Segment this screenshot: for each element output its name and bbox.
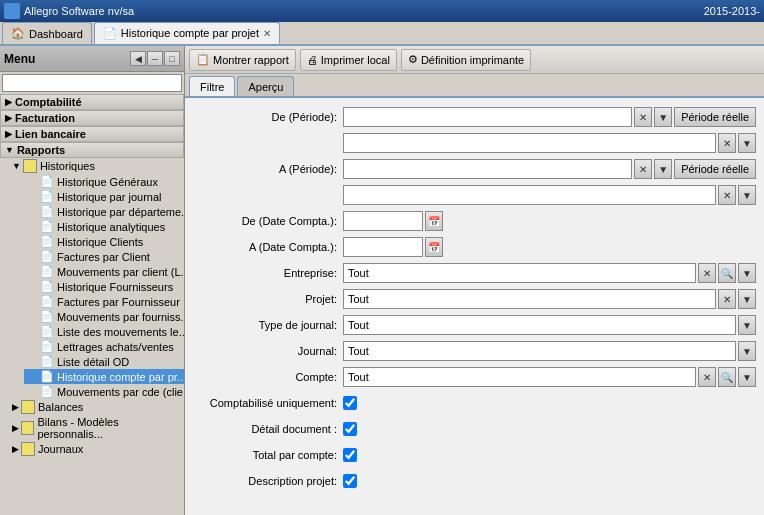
a-periode-input[interactable] [343,159,632,179]
type-journal-dropdown[interactable]: Tout [343,315,736,335]
sidebar-item-mouvements-par-client[interactable]: 📄 Mouvements par client (L... [24,264,184,279]
tab-close-icon[interactable]: ✕ [263,28,271,39]
sidebar-group-bilans[interactable]: ▶ Bilans - Modèles personnalis... [8,415,184,441]
type-journal-controls: Tout ▼ [343,315,756,335]
total-par-compte-label: Total par compte: [193,449,343,461]
journal-label: Journal: [193,345,343,357]
sidebar-title: Menu [4,52,35,66]
tab-historique[interactable]: 📄 Historique compte par projet ✕ [94,22,280,44]
entreprise-down-btn[interactable]: ▼ [738,263,756,283]
app-subtitle: 2015-2013- [704,5,760,17]
detail-document-checkbox[interactable] [343,422,357,436]
compte-row: Compte: Tout ✕ 🔍 ▼ [193,366,756,388]
sidebar-item-historique-compte-par-projet[interactable]: 📄 Historique compte par pr... [24,369,184,384]
de-date-compta-cal-btn[interactable]: 📅 [425,211,443,231]
sidebar-item-mouvements-par-cde[interactable]: 📄 Mouvements par cde (clie... [24,384,184,399]
sidebar-item-lien-bancaire[interactable]: ▶ Lien bancaire [0,126,184,142]
projet-dropdown[interactable]: Tout [343,289,716,309]
compte-dropdown[interactable]: Tout [343,367,696,387]
sidebar-item-historique-fournisseurs[interactable]: 📄 Historique Fournisseurs [24,279,184,294]
dashboard-icon: 🏠 [11,27,25,40]
sidebar-item-lettrages[interactable]: 📄 Lettrages achats/ventes [24,339,184,354]
sub-tabs: Filtre Aperçu [185,74,764,98]
sidebar-group-journaux[interactable]: ▶ Journaux [8,441,184,457]
de-periode-input[interactable] [343,107,632,127]
tab-historique-label: Historique compte par projet [121,27,259,39]
type-journal-down-btn[interactable]: ▼ [738,315,756,335]
compte-value: Tout [348,371,691,383]
sidebar-item-mouvements-par-fournisseur[interactable]: 📄 Mouvements par fourniss... [24,309,184,324]
sidebar-item-factures-par-client[interactable]: 📄 Factures par Client [24,249,184,264]
de-date-compta-input[interactable] [343,211,423,231]
description-projet-checkbox[interactable] [343,474,357,488]
sidebar-item-historique-generaux[interactable]: 📄 Historique Généraux [24,174,184,189]
sidebar-max-btn[interactable]: □ [164,51,180,66]
entreprise-search-btn[interactable]: 🔍 [718,263,736,283]
entreprise-clear-btn[interactable]: ✕ [698,263,716,283]
sidebar-item-comptabilite[interactable]: ▶ Comptabilité [0,94,184,110]
projet-clear-btn[interactable]: ✕ [718,289,736,309]
a-periode-down-btn2[interactable]: ▼ [738,185,756,205]
doc-icon-8: 📄 [40,280,54,293]
a-periode-btn[interactable]: Période réelle [674,159,756,179]
de-periode-clear-btn[interactable]: ✕ [634,107,652,127]
a-periode-input2[interactable] [343,185,716,205]
doc-icon-14: 📄 [40,370,54,383]
definition-imprimante-button[interactable]: ⚙ Définition imprimante [401,49,531,71]
expand-icon-3: ▶ [5,129,12,139]
montrer-rapport-button[interactable]: 📋 Montrer rapport [189,49,296,71]
a-periode-clear-btn[interactable]: ✕ [634,159,652,179]
tab-filtre[interactable]: Filtre [189,76,235,96]
journal-dropdown[interactable]: Tout [343,341,736,361]
expand-balances-icon: ▶ [12,402,19,412]
journal-down-btn[interactable]: ▼ [738,341,756,361]
facturation-label: Facturation [15,112,75,124]
title-bar: Allegro Software nv/sa 2015-2013- [0,0,764,22]
imprimer-local-button[interactable]: 🖨 Imprimer local [300,49,397,71]
sidebar-item-facturation[interactable]: ▶ Facturation [0,110,184,126]
sidebar-item-historique-par-journal[interactable]: 📄 Historique par journal [24,189,184,204]
sidebar-collapse-btn[interactable]: ◀ [130,51,146,66]
sidebar-item-rapports[interactable]: ▼ Rapports [0,142,184,158]
rapports-label: Rapports [17,144,65,156]
tab-apercu[interactable]: Aperçu [237,76,294,96]
search-input[interactable] [2,74,182,92]
description-projet-controls [343,474,756,488]
de-periode-controls: ✕ ▼ Période réelle [343,107,756,127]
de-periode-down-btn[interactable]: ▼ [654,107,672,127]
de-periode-btn[interactable]: Période réelle [674,107,756,127]
entreprise-dropdown[interactable]: Tout [343,263,696,283]
entreprise-controls: Tout ✕ 🔍 ▼ [343,263,756,283]
de-periode-clear-btn2[interactable]: ✕ [718,133,736,153]
journal-controls: Tout ▼ [343,341,756,361]
a-date-compta-input[interactable] [343,237,423,257]
sidebar-min-btn[interactable]: ─ [147,51,163,66]
sidebar-group-balances[interactable]: ▶ Balances [8,399,184,415]
sidebar-item-liste-detail-od[interactable]: 📄 Liste détail OD [24,354,184,369]
de-periode-input2[interactable] [343,133,716,153]
sidebar-group-historiques[interactable]: ▼ Historiques [8,158,184,174]
compte-search-btn[interactable]: 🔍 [718,367,736,387]
de-periode-down-btn2[interactable]: ▼ [738,133,756,153]
de-periode-row: De (Période): ✕ ▼ Période réelle [193,106,756,128]
sidebar-item-historique-par-departement[interactable]: 📄 Historique par départeme... [24,204,184,219]
compte-down-btn[interactable]: ▼ [738,367,756,387]
tab-filtre-label: Filtre [200,81,224,93]
total-par-compte-controls [343,448,756,462]
folder-balances-icon [21,400,35,414]
a-date-compta-cal-btn[interactable]: 📅 [425,237,443,257]
sidebar-item-liste-mouvements[interactable]: 📄 Liste des mouvements le... [24,324,184,339]
sidebar-item-factures-par-fournisseur[interactable]: 📄 Factures par Fournisseur [24,294,184,309]
a-periode-row2: ✕ ▼ [193,184,756,206]
projet-down-btn[interactable]: ▼ [738,289,756,309]
a-periode-down-btn[interactable]: ▼ [654,159,672,179]
compte-clear-btn[interactable]: ✕ [698,367,716,387]
journal-row: Journal: Tout ▼ [193,340,756,362]
sidebar-item-historique-clients[interactable]: 📄 Historique Clients [24,234,184,249]
a-periode-clear-btn2[interactable]: ✕ [718,185,736,205]
tab-dashboard[interactable]: 🏠 Dashboard [2,22,92,44]
comptabilise-checkbox[interactable] [343,396,357,410]
a-date-compta-row: A (Date Compta.): 📅 [193,236,756,258]
total-par-compte-checkbox[interactable] [343,448,357,462]
sidebar-item-historique-analytiques[interactable]: 📄 Historique analytiques [24,219,184,234]
